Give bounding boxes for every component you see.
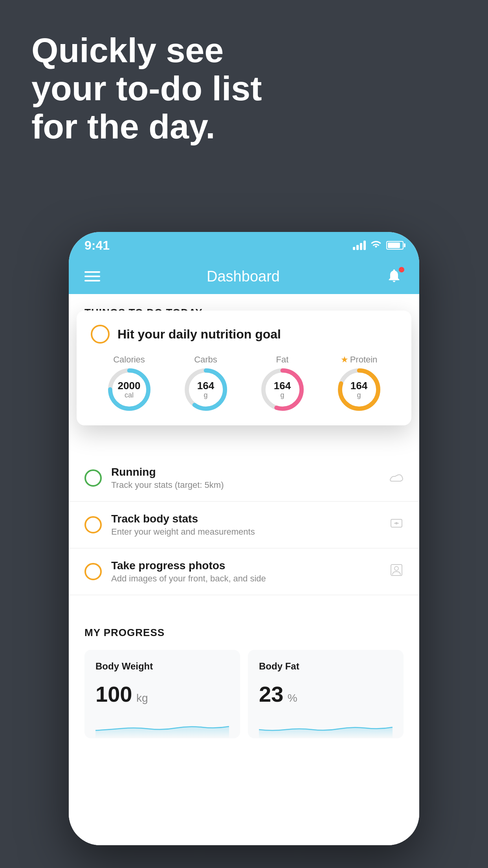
bodystats-check	[84, 516, 102, 533]
list-item[interactable]: Running Track your stats (target: 5km)	[69, 455, 419, 502]
card-header: Hit your daily nutrition goal	[91, 325, 397, 344]
headline-line2: your to-do list	[31, 70, 262, 108]
menu-icon[interactable]	[84, 271, 100, 281]
svg-point-2	[396, 522, 397, 524]
calories-label: Calories	[113, 355, 145, 365]
progress-section: MY PROGRESS Body Weight 100 kg	[69, 611, 419, 738]
headline-line3: for the day.	[31, 108, 262, 146]
body-weight-number: 100	[95, 682, 132, 706]
photos-check	[84, 563, 102, 580]
status-icons	[353, 239, 404, 252]
progress-cards: Body Weight 100 kg	[84, 650, 404, 738]
list-item[interactable]: Track body stats Enter your weight and m…	[69, 502, 419, 548]
battery-icon	[386, 241, 404, 250]
carbs-value: 164 g	[197, 380, 214, 399]
bodystats-text: Track body stats Enter your weight and m…	[111, 513, 380, 537]
calories-donut: 2000 cal	[108, 368, 151, 411]
carbs-label: Carbs	[194, 355, 217, 365]
body-weight-unit: kg	[136, 692, 148, 704]
shoe-icon	[389, 470, 404, 486]
running-title: Running	[111, 466, 380, 478]
phone-mockup: 9:41 Dashboard	[69, 232, 419, 845]
body-fat-value: 23 %	[259, 681, 393, 707]
body-fat-chart	[259, 715, 393, 738]
status-bar: 9:41	[69, 232, 419, 259]
photos-subtitle: Add images of your front, back, and side	[111, 574, 380, 584]
notification-dot	[399, 267, 404, 272]
nutrition-card: Hit your daily nutrition goal Calories 2…	[77, 311, 411, 425]
fat-donut: 164 g	[261, 368, 304, 411]
status-time: 9:41	[84, 238, 110, 253]
body-weight-chart	[95, 715, 229, 738]
nav-bar: Dashboard	[69, 259, 419, 294]
wifi-icon	[371, 239, 382, 252]
photos-text: Take progress photos Add images of your …	[111, 559, 380, 584]
calories-item: Calories 2000 cal	[108, 355, 151, 411]
fat-label: Fat	[276, 355, 289, 365]
protein-value: 164 g	[350, 380, 367, 399]
body-fat-card[interactable]: Body Fat 23 %	[248, 650, 404, 738]
body-weight-value: 100 kg	[95, 681, 229, 707]
body-weight-card[interactable]: Body Weight 100 kg	[84, 650, 240, 738]
body-fat-label: Body Fat	[259, 661, 393, 672]
body-weight-label: Body Weight	[95, 661, 229, 672]
fat-value: 164 g	[274, 380, 291, 399]
todo-list: Running Track your stats (target: 5km) T…	[69, 455, 419, 595]
nutrition-check[interactable]	[91, 325, 110, 344]
svg-point-4	[394, 566, 398, 570]
running-text: Running Track your stats (target: 5km)	[111, 466, 380, 490]
bodystats-title: Track body stats	[111, 513, 380, 525]
progress-title: MY PROGRESS	[84, 627, 404, 639]
protein-donut: 164 g	[338, 368, 381, 411]
carbs-item: Carbs 164 g	[184, 355, 227, 411]
bell-icon[interactable]	[386, 268, 404, 285]
nutrition-card-title: Hit your daily nutrition goal	[117, 327, 281, 342]
protein-item: ★ Protein 164 g	[338, 355, 381, 411]
protein-label-row: ★ Protein	[341, 355, 378, 365]
running-subtitle: Track your stats (target: 5km)	[111, 480, 380, 490]
body-fat-unit: %	[288, 692, 297, 704]
protein-label: Protein	[350, 355, 378, 365]
carbs-donut: 164 g	[184, 368, 227, 411]
bodystats-subtitle: Enter your weight and measurements	[111, 527, 380, 537]
signal-icon	[353, 241, 366, 250]
nav-title: Dashboard	[207, 268, 280, 285]
person-icon	[389, 563, 404, 581]
scale-icon	[389, 516, 404, 534]
calories-value: 2000 cal	[118, 380, 141, 399]
photos-title: Take progress photos	[111, 559, 380, 572]
headline: Quickly see your to-do list for the day.	[31, 31, 262, 145]
running-check	[84, 469, 102, 487]
headline-line1: Quickly see	[31, 31, 262, 70]
list-item[interactable]: Take progress photos Add images of your …	[69, 548, 419, 595]
body-fat-number: 23	[259, 682, 283, 706]
star-icon: ★	[341, 355, 349, 365]
fat-item: Fat 164 g	[261, 355, 304, 411]
nutrition-row: Calories 2000 cal Carbs	[91, 355, 397, 411]
